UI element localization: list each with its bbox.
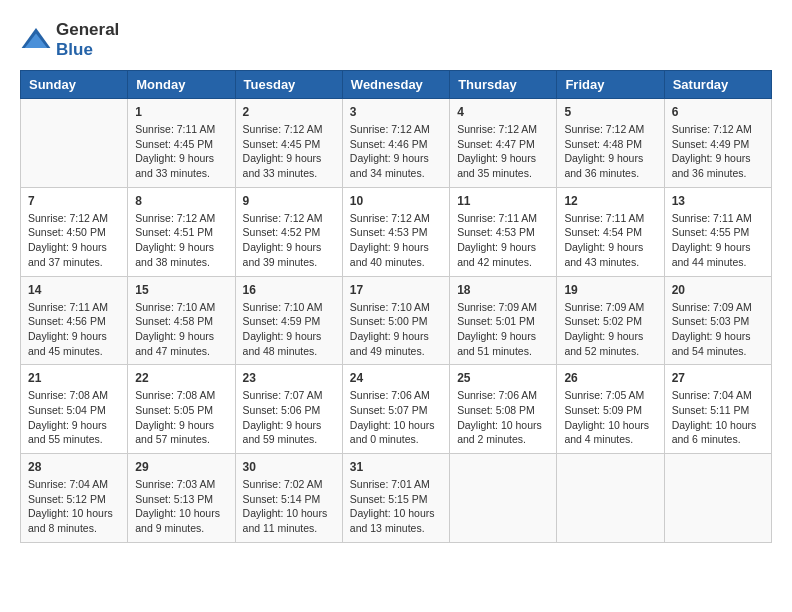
day-info: Sunrise: 7:08 AM Sunset: 5:04 PM Dayligh… [28, 388, 120, 447]
calendar-cell: 11Sunrise: 7:11 AM Sunset: 4:53 PM Dayli… [450, 187, 557, 276]
logo-text: General Blue [56, 20, 119, 60]
calendar-cell: 14Sunrise: 7:11 AM Sunset: 4:56 PM Dayli… [21, 276, 128, 365]
day-number: 2 [243, 105, 335, 119]
day-info: Sunrise: 7:12 AM Sunset: 4:50 PM Dayligh… [28, 211, 120, 270]
day-number: 20 [672, 283, 764, 297]
day-info: Sunrise: 7:12 AM Sunset: 4:52 PM Dayligh… [243, 211, 335, 270]
logo-icon [20, 24, 52, 56]
day-header-friday: Friday [557, 71, 664, 99]
day-info: Sunrise: 7:11 AM Sunset: 4:56 PM Dayligh… [28, 300, 120, 359]
day-info: Sunrise: 7:10 AM Sunset: 4:59 PM Dayligh… [243, 300, 335, 359]
calendar-cell: 27Sunrise: 7:04 AM Sunset: 5:11 PM Dayli… [664, 365, 771, 454]
day-header-saturday: Saturday [664, 71, 771, 99]
day-number: 1 [135, 105, 227, 119]
day-number: 3 [350, 105, 442, 119]
calendar-cell: 16Sunrise: 7:10 AM Sunset: 4:59 PM Dayli… [235, 276, 342, 365]
calendar-cell: 23Sunrise: 7:07 AM Sunset: 5:06 PM Dayli… [235, 365, 342, 454]
logo: General Blue [20, 20, 119, 60]
day-header-sunday: Sunday [21, 71, 128, 99]
calendar-cell: 19Sunrise: 7:09 AM Sunset: 5:02 PM Dayli… [557, 276, 664, 365]
day-number: 13 [672, 194, 764, 208]
day-number: 23 [243, 371, 335, 385]
calendar-cell [21, 99, 128, 188]
day-info: Sunrise: 7:05 AM Sunset: 5:09 PM Dayligh… [564, 388, 656, 447]
day-number: 4 [457, 105, 549, 119]
day-number: 31 [350, 460, 442, 474]
calendar-cell: 9Sunrise: 7:12 AM Sunset: 4:52 PM Daylig… [235, 187, 342, 276]
week-row-5: 28Sunrise: 7:04 AM Sunset: 5:12 PM Dayli… [21, 454, 772, 543]
day-info: Sunrise: 7:11 AM Sunset: 4:54 PM Dayligh… [564, 211, 656, 270]
day-info: Sunrise: 7:07 AM Sunset: 5:06 PM Dayligh… [243, 388, 335, 447]
calendar-cell: 30Sunrise: 7:02 AM Sunset: 5:14 PM Dayli… [235, 454, 342, 543]
day-number: 6 [672, 105, 764, 119]
day-number: 14 [28, 283, 120, 297]
calendar-cell [664, 454, 771, 543]
day-info: Sunrise: 7:12 AM Sunset: 4:46 PM Dayligh… [350, 122, 442, 181]
day-info: Sunrise: 7:03 AM Sunset: 5:13 PM Dayligh… [135, 477, 227, 536]
calendar-cell: 26Sunrise: 7:05 AM Sunset: 5:09 PM Dayli… [557, 365, 664, 454]
day-number: 17 [350, 283, 442, 297]
day-header-wednesday: Wednesday [342, 71, 449, 99]
calendar-header-row: SundayMondayTuesdayWednesdayThursdayFrid… [21, 71, 772, 99]
calendar-cell: 25Sunrise: 7:06 AM Sunset: 5:08 PM Dayli… [450, 365, 557, 454]
day-info: Sunrise: 7:10 AM Sunset: 5:00 PM Dayligh… [350, 300, 442, 359]
calendar-cell: 1Sunrise: 7:11 AM Sunset: 4:45 PM Daylig… [128, 99, 235, 188]
day-number: 15 [135, 283, 227, 297]
day-info: Sunrise: 7:01 AM Sunset: 5:15 PM Dayligh… [350, 477, 442, 536]
day-header-tuesday: Tuesday [235, 71, 342, 99]
calendar-cell: 17Sunrise: 7:10 AM Sunset: 5:00 PM Dayli… [342, 276, 449, 365]
week-row-4: 21Sunrise: 7:08 AM Sunset: 5:04 PM Dayli… [21, 365, 772, 454]
calendar-cell: 22Sunrise: 7:08 AM Sunset: 5:05 PM Dayli… [128, 365, 235, 454]
day-info: Sunrise: 7:12 AM Sunset: 4:45 PM Dayligh… [243, 122, 335, 181]
calendar-cell: 6Sunrise: 7:12 AM Sunset: 4:49 PM Daylig… [664, 99, 771, 188]
calendar-cell: 7Sunrise: 7:12 AM Sunset: 4:50 PM Daylig… [21, 187, 128, 276]
day-header-monday: Monday [128, 71, 235, 99]
calendar-cell: 13Sunrise: 7:11 AM Sunset: 4:55 PM Dayli… [664, 187, 771, 276]
day-number: 12 [564, 194, 656, 208]
calendar-cell: 8Sunrise: 7:12 AM Sunset: 4:51 PM Daylig… [128, 187, 235, 276]
calendar-cell: 5Sunrise: 7:12 AM Sunset: 4:48 PM Daylig… [557, 99, 664, 188]
calendar-cell: 20Sunrise: 7:09 AM Sunset: 5:03 PM Dayli… [664, 276, 771, 365]
calendar-cell: 21Sunrise: 7:08 AM Sunset: 5:04 PM Dayli… [21, 365, 128, 454]
calendar-cell: 18Sunrise: 7:09 AM Sunset: 5:01 PM Dayli… [450, 276, 557, 365]
calendar-cell: 2Sunrise: 7:12 AM Sunset: 4:45 PM Daylig… [235, 99, 342, 188]
day-info: Sunrise: 7:09 AM Sunset: 5:02 PM Dayligh… [564, 300, 656, 359]
week-row-1: 1Sunrise: 7:11 AM Sunset: 4:45 PM Daylig… [21, 99, 772, 188]
day-info: Sunrise: 7:11 AM Sunset: 4:55 PM Dayligh… [672, 211, 764, 270]
day-info: Sunrise: 7:09 AM Sunset: 5:03 PM Dayligh… [672, 300, 764, 359]
calendar-table: SundayMondayTuesdayWednesdayThursdayFrid… [20, 70, 772, 543]
day-number: 21 [28, 371, 120, 385]
day-number: 8 [135, 194, 227, 208]
calendar-cell: 31Sunrise: 7:01 AM Sunset: 5:15 PM Dayli… [342, 454, 449, 543]
day-info: Sunrise: 7:10 AM Sunset: 4:58 PM Dayligh… [135, 300, 227, 359]
day-info: Sunrise: 7:11 AM Sunset: 4:45 PM Dayligh… [135, 122, 227, 181]
calendar-cell: 24Sunrise: 7:06 AM Sunset: 5:07 PM Dayli… [342, 365, 449, 454]
day-info: Sunrise: 7:12 AM Sunset: 4:53 PM Dayligh… [350, 211, 442, 270]
day-info: Sunrise: 7:02 AM Sunset: 5:14 PM Dayligh… [243, 477, 335, 536]
day-info: Sunrise: 7:06 AM Sunset: 5:07 PM Dayligh… [350, 388, 442, 447]
day-number: 25 [457, 371, 549, 385]
calendar-cell: 28Sunrise: 7:04 AM Sunset: 5:12 PM Dayli… [21, 454, 128, 543]
day-info: Sunrise: 7:12 AM Sunset: 4:49 PM Dayligh… [672, 122, 764, 181]
day-number: 29 [135, 460, 227, 474]
calendar-cell: 29Sunrise: 7:03 AM Sunset: 5:13 PM Dayli… [128, 454, 235, 543]
day-info: Sunrise: 7:12 AM Sunset: 4:48 PM Dayligh… [564, 122, 656, 181]
calendar-cell: 15Sunrise: 7:10 AM Sunset: 4:58 PM Dayli… [128, 276, 235, 365]
calendar-cell: 10Sunrise: 7:12 AM Sunset: 4:53 PM Dayli… [342, 187, 449, 276]
day-info: Sunrise: 7:09 AM Sunset: 5:01 PM Dayligh… [457, 300, 549, 359]
day-info: Sunrise: 7:12 AM Sunset: 4:47 PM Dayligh… [457, 122, 549, 181]
calendar-cell: 3Sunrise: 7:12 AM Sunset: 4:46 PM Daylig… [342, 99, 449, 188]
day-number: 22 [135, 371, 227, 385]
day-number: 10 [350, 194, 442, 208]
day-number: 30 [243, 460, 335, 474]
page-header: General Blue [20, 20, 772, 60]
day-number: 24 [350, 371, 442, 385]
calendar-cell [450, 454, 557, 543]
week-row-2: 7Sunrise: 7:12 AM Sunset: 4:50 PM Daylig… [21, 187, 772, 276]
day-header-thursday: Thursday [450, 71, 557, 99]
day-number: 7 [28, 194, 120, 208]
calendar-cell: 4Sunrise: 7:12 AM Sunset: 4:47 PM Daylig… [450, 99, 557, 188]
day-number: 18 [457, 283, 549, 297]
day-number: 11 [457, 194, 549, 208]
day-number: 27 [672, 371, 764, 385]
